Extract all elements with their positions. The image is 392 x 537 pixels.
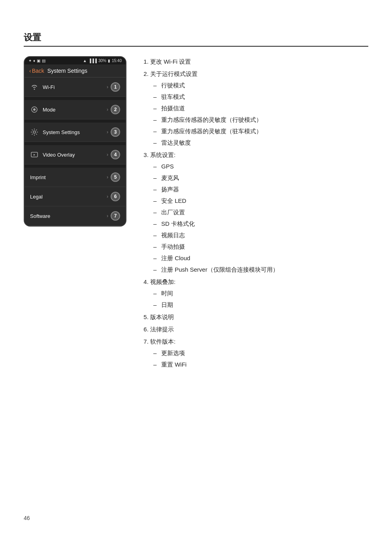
software-label: Software xyxy=(30,213,107,219)
imprint-label: Imprint xyxy=(30,174,107,180)
video-overlay-label: Video Overlay xyxy=(43,152,107,158)
sub-item: 重力感应传感器的灵敏度（驻车模式） xyxy=(150,126,368,136)
menu-item-video-overlay[interactable]: Video Overlay › 4 xyxy=(24,145,126,165)
software-arrow: › xyxy=(107,213,108,219)
menu-item-system-settings[interactable]: System Settings › 3 xyxy=(24,123,126,142)
sd-icon: ▤ xyxy=(42,59,45,63)
notification-icon: ✦ xyxy=(28,59,32,63)
sub-item: 行驶模式 xyxy=(150,80,368,91)
signal-icon: ▐▐▐ xyxy=(89,59,97,63)
system-settings-arrow: › xyxy=(107,129,108,135)
instruction-item-5: 版本说明 xyxy=(150,312,368,322)
software-badge: 7 xyxy=(111,211,120,221)
page-number: 46 xyxy=(24,515,30,521)
sub-item: 出厂设置 xyxy=(150,207,368,217)
header-title: System Settings xyxy=(47,68,87,74)
legal-arrow: › xyxy=(107,194,108,199)
sub-item: 日期 xyxy=(150,299,368,310)
sub-item: 安全 LED xyxy=(150,195,368,206)
imprint-badge: 5 xyxy=(111,172,120,182)
sub-item: 重置 WiFi xyxy=(150,359,368,370)
sub-item: SD 卡格式化 xyxy=(150,218,368,229)
sub-item: 扬声器 xyxy=(150,184,368,195)
mode-label: Mode xyxy=(43,107,107,113)
svg-point-2 xyxy=(33,131,36,133)
screenshot-icon: ▣ xyxy=(37,59,40,63)
sub-item: 麦克风 xyxy=(150,172,368,183)
svg-point-1 xyxy=(33,108,36,111)
back-button[interactable]: ‹ Back xyxy=(29,68,44,74)
system-settings-badge: 3 xyxy=(111,127,120,137)
sub-item: 视频日志 xyxy=(150,230,368,240)
wifi-badge: 1 xyxy=(111,82,120,92)
phone-mockup: ✦ ♦ ▣ ▤ ▲ ▐▐▐ 30% ▮ 15:40 ‹ Back xyxy=(24,56,126,227)
sound-icon: ♦ xyxy=(33,59,35,63)
status-right-icons: ▲ ▐▐▐ 30% ▮ 15:40 xyxy=(83,59,122,63)
section-gap-1 xyxy=(24,97,126,100)
phone-header: ‹ Back System Settings xyxy=(24,64,126,78)
menu-item-wifi[interactable]: Wi-Fi › 1 xyxy=(24,78,126,97)
back-label: Back xyxy=(32,68,44,74)
instructions-list: 更改 Wi-Fi 设置 关于运行模式设置 行驶模式 驻车模式 拍摄信道 重力感应… xyxy=(142,56,368,370)
sub-item: 拍摄信道 xyxy=(150,103,368,113)
battery-icon: ▮ xyxy=(108,59,110,63)
instruction-sub-4: 时间 日期 xyxy=(150,288,368,310)
mode-arrow: › xyxy=(107,107,108,112)
wifi-status-icon: ▲ xyxy=(83,59,87,63)
wifi-arrow: › xyxy=(107,84,108,90)
imprint-arrow: › xyxy=(107,174,108,180)
back-chevron-icon: ‹ xyxy=(29,68,31,74)
sub-item: 时间 xyxy=(150,288,368,299)
sub-item: 驻车模式 xyxy=(150,91,368,102)
system-settings-label: System Settings xyxy=(43,129,107,135)
menu-item-software[interactable]: Software › 7 xyxy=(24,206,126,226)
system-settings-icon xyxy=(30,128,39,136)
wifi-label: Wi-Fi xyxy=(43,84,107,90)
mode-icon xyxy=(30,105,39,114)
mode-badge: 2 xyxy=(111,105,120,114)
section-gap-3 xyxy=(24,142,126,145)
menu-list: Wi-Fi › 1 Mode › 2 xyxy=(24,78,126,226)
wifi-icon xyxy=(30,83,39,91)
instruction-item-4: 视频叠加: 时间 日期 xyxy=(150,276,368,310)
video-overlay-arrow: › xyxy=(107,152,108,157)
status-left-icons: ✦ ♦ ▣ ▤ xyxy=(28,59,45,63)
sub-item: 注册 Cloud xyxy=(150,253,368,263)
menu-item-mode[interactable]: Mode › 2 xyxy=(24,100,126,119)
instruction-sub-7: 更新选项 重置 WiFi xyxy=(150,348,368,370)
sub-item: 重力感应传感器的灵敏度（行驶模式） xyxy=(150,114,368,125)
legal-label: Legal xyxy=(30,194,107,200)
instruction-item-3: 系统设置: GPS 麦克风 扬声器 安全 LED 出厂设置 SD 卡格式化 视频… xyxy=(150,149,368,275)
legal-badge: 6 xyxy=(111,192,120,201)
sub-item: GPS xyxy=(150,161,368,172)
instruction-item-1: 更改 Wi-Fi 设置 xyxy=(150,56,368,67)
status-bar: ✦ ♦ ▣ ▤ ▲ ▐▐▐ 30% ▮ 15:40 xyxy=(24,57,126,64)
battery-text: 30% xyxy=(98,59,106,63)
video-overlay-icon xyxy=(30,150,39,159)
instruction-item-6: 法律提示 xyxy=(150,324,368,335)
instructions-panel: 更改 Wi-Fi 设置 关于运行模式设置 行驶模式 驻车模式 拍摄信道 重力感应… xyxy=(142,56,368,371)
sub-item: 雷达灵敏度 xyxy=(150,137,368,148)
section-gap-2 xyxy=(24,119,126,123)
instruction-item-2: 关于运行模式设置 行驶模式 驻车模式 拍摄信道 重力感应传感器的灵敏度（行驶模式… xyxy=(150,68,368,148)
instruction-item-7: 软件版本: 更新选项 重置 WiFi xyxy=(150,336,368,370)
sub-item: 注册 Push Server（仅限组合连接模块可用） xyxy=(150,264,368,275)
sub-item: 手动拍摄 xyxy=(150,241,368,252)
time-display: 15:40 xyxy=(112,59,122,63)
instruction-sub-3: GPS 麦克风 扬声器 安全 LED 出厂设置 SD 卡格式化 视频日志 手动拍… xyxy=(150,161,368,275)
page-title: 设置 xyxy=(24,32,368,47)
menu-item-imprint[interactable]: Imprint › 5 xyxy=(24,168,126,187)
section-gap-4 xyxy=(24,165,126,168)
video-overlay-badge: 4 xyxy=(111,150,120,159)
instruction-sub-2: 行驶模式 驻车模式 拍摄信道 重力感应传感器的灵敏度（行驶模式） 重力感应传感器… xyxy=(150,80,368,148)
sub-item: 更新选项 xyxy=(150,348,368,358)
menu-item-legal[interactable]: Legal › 6 xyxy=(24,187,126,206)
